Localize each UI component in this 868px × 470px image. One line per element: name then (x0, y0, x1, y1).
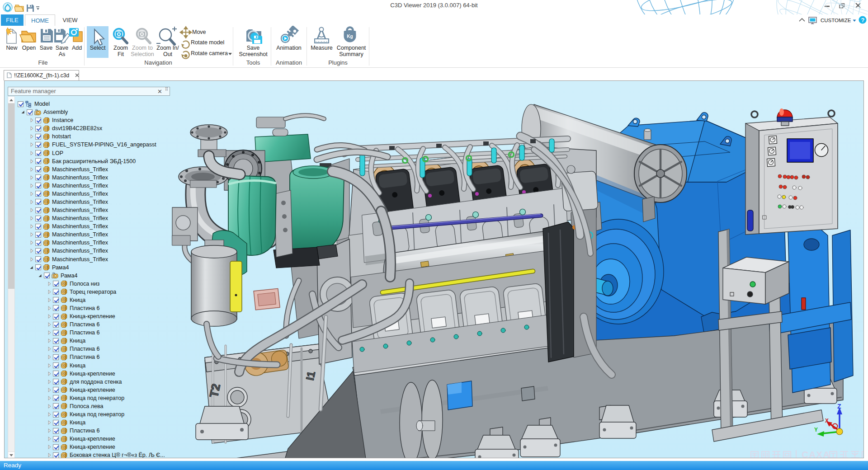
svg-text:X: X (825, 418, 829, 424)
svg-text:Kg: Kg (347, 34, 353, 39)
svg-text:Z: Z (837, 403, 841, 410)
svg-text:Y: Y (814, 427, 818, 433)
svg-text:CAXA: CAXA (802, 449, 830, 458)
svg-text:?: ? (861, 17, 865, 24)
svg-text:T2: T2 (207, 382, 223, 399)
